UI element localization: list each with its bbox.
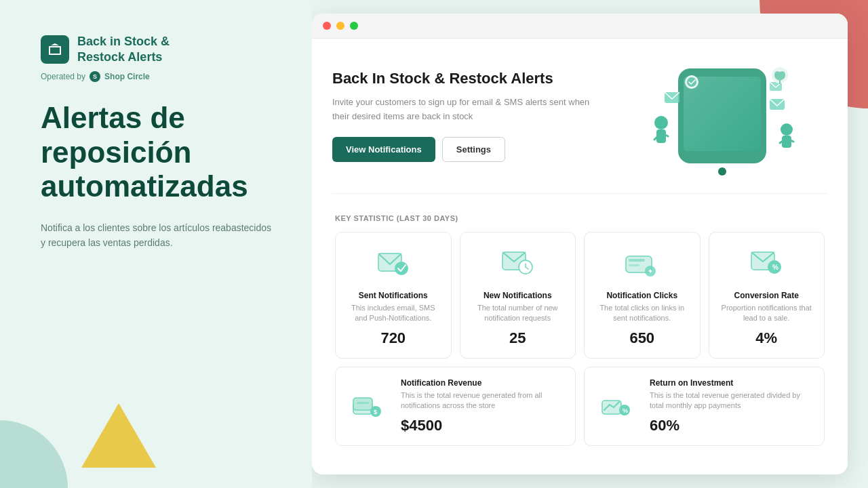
hero-image bbox=[624, 55, 827, 177]
brand-title-text: Back in Stock & Restock Alerts bbox=[77, 34, 170, 64]
sent-notifications-icon bbox=[373, 243, 414, 284]
brand-header: Back in Stock & Restock Alerts bbox=[41, 34, 278, 64]
conversion-rate-desc: Proportion notifications that lead to a … bbox=[719, 303, 815, 324]
conversion-rate-name: Conversion Rate bbox=[734, 291, 799, 300]
conversion-rate-icon: % bbox=[746, 243, 787, 284]
svg-text:%: % bbox=[623, 407, 628, 414]
app-hero-section: Back In Stock & Restock Alerts Invite yo… bbox=[332, 55, 827, 194]
stats-label: KEY STATISTIC (LAST 30 DAYS) bbox=[335, 214, 825, 222]
svg-rect-26 bbox=[629, 259, 645, 262]
svg-point-8 bbox=[781, 123, 793, 136]
stat-card-conversion: % Conversion Rate Proportion notificatio… bbox=[709, 232, 825, 359]
sent-notifications-name: Sent Notifications bbox=[359, 291, 428, 300]
settings-button[interactable]: Settings bbox=[442, 137, 505, 162]
browser-window: Back In Stock & Restock Alerts Invite yo… bbox=[312, 14, 848, 474]
brand-icon bbox=[41, 35, 69, 64]
revenue-value: $4500 bbox=[401, 417, 561, 434]
svg-text:$: $ bbox=[374, 409, 377, 415]
app-title: Back In Stock & Restock Alerts bbox=[332, 70, 590, 87]
new-notifications-value: 25 bbox=[509, 329, 526, 347]
revenue-name: Notification Revenue bbox=[401, 378, 561, 388]
new-notifications-desc: The total number of new notification req… bbox=[470, 303, 566, 324]
svg-point-4 bbox=[654, 116, 668, 129]
svg-point-3 bbox=[718, 167, 726, 176]
roi-desc: This is the total revenue generated divi… bbox=[650, 390, 810, 411]
stat-card-roi: % Return on Investment This is the total… bbox=[584, 367, 825, 446]
app-description: Invite your customers to sign up for ema… bbox=[332, 96, 590, 124]
right-panel: Back In Stock & Restock Alerts Invite yo… bbox=[312, 0, 868, 488]
svg-rect-27 bbox=[629, 264, 639, 266]
svg-text:%: % bbox=[772, 264, 778, 271]
stats-section: KEY STATISTIC (LAST 30 DAYS) bbox=[332, 214, 827, 446]
roi-info: Return on Investment This is the total r… bbox=[650, 378, 810, 434]
operated-by: Operated by S Shop Circle bbox=[41, 71, 278, 82]
browser-chrome bbox=[312, 14, 848, 39]
roi-value: 60% bbox=[650, 417, 810, 434]
notification-clicks-value: 650 bbox=[629, 329, 654, 347]
notification-clicks-name: Notification Clicks bbox=[606, 291, 677, 300]
brand-title-line2: Restock Alerts bbox=[77, 49, 170, 65]
buttons-row: View Notifications Settings bbox=[332, 137, 590, 162]
brand-title-line1: Back in Stock & bbox=[77, 34, 170, 49]
notification-clicks-icon bbox=[622, 243, 663, 284]
stat-card-clicks: Notification Clicks The total clicks on … bbox=[584, 232, 701, 359]
shop-circle-icon: S bbox=[90, 71, 100, 82]
stats-grid-top: Sent Notifications This includes email, … bbox=[335, 232, 825, 359]
hero-title: Alertas de reposición automatizadas bbox=[41, 101, 278, 204]
close-dot bbox=[323, 22, 331, 30]
roi-name: Return on Investment bbox=[650, 378, 810, 388]
app-hero-left: Back In Stock & Restock Alerts Invite yo… bbox=[332, 70, 590, 163]
operated-by-text: Operated by bbox=[41, 72, 85, 81]
svg-point-20 bbox=[395, 262, 408, 275]
left-panel: Back in Stock & Restock Alerts Operated … bbox=[0, 0, 312, 488]
svg-rect-37 bbox=[357, 402, 369, 404]
revenue-info: Notification Revenue This is the total r… bbox=[401, 378, 561, 434]
notification-clicks-desc: The total clicks on links in sent notifi… bbox=[594, 303, 690, 324]
stat-card-sent: Sent Notifications This includes email, … bbox=[335, 232, 452, 359]
sent-notifications-value: 720 bbox=[380, 329, 406, 347]
new-notifications-icon bbox=[497, 243, 538, 284]
revenue-desc: This is the total revenue generated from… bbox=[401, 390, 561, 411]
sent-notifications-desc: This includes email, SMS and Push-Notifi… bbox=[345, 303, 441, 324]
shop-circle-name: Shop Circle bbox=[104, 72, 150, 81]
box-icon bbox=[47, 41, 63, 58]
svg-point-18 bbox=[687, 77, 696, 87]
hero-subtitle: Notifica a los clientes sobre los artícu… bbox=[41, 220, 278, 251]
notification-revenue-icon: $ bbox=[349, 386, 390, 426]
stat-card-revenue: $ Notification Revenue This is the total… bbox=[335, 367, 576, 446]
new-notifications-name: New Notifications bbox=[484, 291, 552, 300]
stats-grid-bottom: $ Notification Revenue This is the total… bbox=[335, 367, 825, 446]
view-notifications-button[interactable]: View Notifications bbox=[332, 137, 435, 162]
roi-icon: % bbox=[598, 386, 639, 426]
minimize-dot bbox=[336, 22, 344, 30]
app-content: Back In Stock & Restock Alerts Invite yo… bbox=[312, 39, 848, 462]
conversion-rate-value: 4% bbox=[755, 329, 777, 347]
phone-illustration-svg bbox=[624, 55, 827, 177]
stat-card-new: New Notifications The total number of ne… bbox=[460, 232, 576, 359]
maximize-dot bbox=[350, 22, 358, 30]
